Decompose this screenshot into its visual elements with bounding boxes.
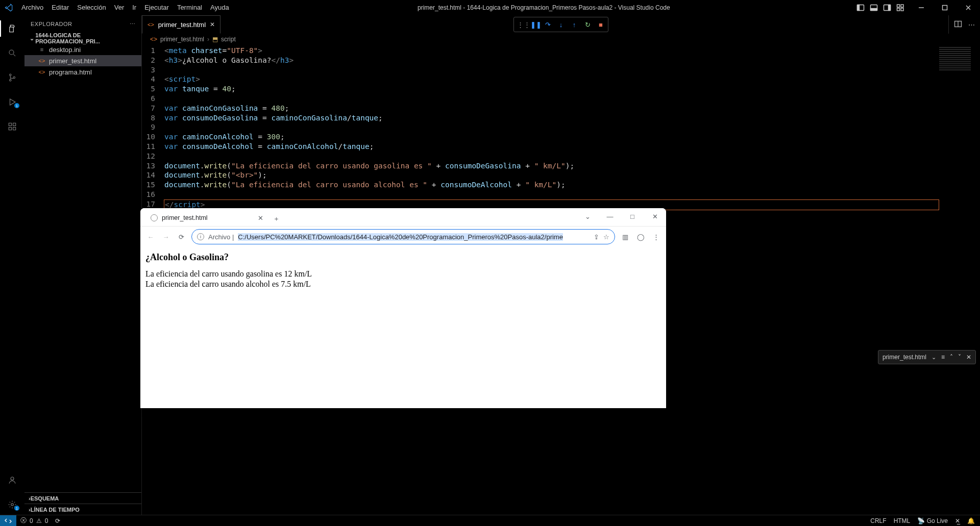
file-html-icon: <> — [150, 36, 157, 43]
file-label: primer_test.html — [49, 57, 96, 65]
status-language[interactable]: HTML — [894, 517, 911, 524]
sidebar-section-esquema[interactable]: › ESQUEMA — [24, 492, 141, 504]
tab-primer-test[interactable]: <> primer_test.html ✕ — [142, 15, 220, 34]
browser-maximize-icon[interactable]: □ — [621, 208, 644, 224]
activity-extensions-icon[interactable] — [0, 116, 24, 137]
toggle-primary-sidebar-icon[interactable] — [854, 2, 867, 14]
menu-ejecutar[interactable]: Ejecutar — [140, 0, 173, 15]
browser-reload-icon[interactable]: ⟳ — [176, 233, 186, 241]
profile-icon[interactable]: ◯ — [635, 233, 646, 241]
code-content[interactable]: <meta charset="UTF-8"><h3>¿Alcohol o Gas… — [164, 45, 939, 210]
sidebar-section-linea-tiempo[interactable]: › LÍNEA DE TIEMPO — [24, 504, 141, 515]
bookmark-icon[interactable]: ☆ — [603, 233, 609, 241]
tab-label: primer_test.html — [158, 21, 206, 29]
share-icon[interactable]: ⇪ — [594, 233, 599, 241]
debug-step-out-icon[interactable]: ↑ — [570, 21, 578, 29]
file-html-icon: <> — [38, 58, 46, 64]
tab-close-icon[interactable]: ✕ — [210, 21, 215, 28]
svg-rect-16 — [9, 128, 11, 130]
svg-rect-15 — [9, 123, 11, 126]
chevron-down-icon[interactable]: ⌄ — [932, 354, 936, 361]
browser-back-icon[interactable]: ← — [145, 233, 156, 241]
svg-rect-3 — [871, 9, 877, 11]
sidebar-more-icon[interactable]: ⋯ — [130, 21, 136, 28]
browser-forward-icon[interactable]: → — [161, 233, 171, 241]
drag-handle-icon[interactable]: ⋮⋮ — [517, 21, 525, 29]
window-controls — [910, 0, 980, 15]
status-debug-icon[interactable]: ⟳ — [55, 517, 60, 524]
file-item-desktop-ini[interactable]: ≡ desktop.ini — [24, 44, 141, 55]
menu-terminal[interactable]: Terminal — [173, 0, 206, 15]
sidebar-folder[interactable]: ⌄ 1644-LOGICA DE PROGRAMACION_PRI... — [24, 33, 141, 44]
svg-point-14 — [13, 77, 15, 78]
status-bar: ⓧ0 ⚠0 ⟳ CRLF HTML 📡 Go Live ✕̲ 🔔 — [0, 515, 980, 526]
menu-ayuda[interactable]: Ayuda — [206, 0, 233, 15]
browser-tabsearch-icon[interactable]: ⌄ — [576, 208, 599, 224]
svg-point-13 — [10, 80, 11, 81]
list-icon[interactable]: ≡ — [941, 354, 945, 361]
debug-pause-icon[interactable]: ❚❚ — [530, 21, 538, 29]
status-bell-icon[interactable]: 🔔 — [967, 517, 975, 524]
activity-search-icon[interactable] — [0, 43, 24, 63]
browser-tab-label: primer_test.html — [162, 214, 208, 221]
browser-viewport: ¿Alcohol o Gasolina? La eficiencia del c… — [140, 247, 666, 408]
sidebar-folder-name: 1644-LOGICA DE PROGRAMACION_PRI... — [35, 32, 141, 44]
chevron-right-icon: › — [207, 36, 209, 43]
file-item-primer-test[interactable]: <> primer_test.html — [24, 55, 141, 66]
activity-accounts-icon[interactable] — [0, 470, 24, 490]
minimap[interactable] — [937, 46, 973, 117]
browser-tab[interactable]: primer_test.html ✕ — [144, 210, 270, 226]
menu-editar[interactable]: Editar — [47, 0, 73, 15]
search-result-overlay[interactable]: primer_test.html ⌄ ≡ ˄ ˅ ✕ — [878, 350, 976, 364]
debug-step-into-icon[interactable]: ↓ — [557, 21, 565, 29]
browser-new-tab-icon[interactable]: ＋ — [270, 212, 284, 226]
maximize-icon[interactable] — [933, 0, 957, 15]
debug-restart-icon[interactable]: ↻ — [583, 21, 592, 29]
close-icon[interactable]: ✕ — [966, 354, 971, 361]
svg-point-19 — [11, 477, 14, 480]
browser-minimize-icon[interactable]: — — [599, 208, 621, 224]
menu-ir[interactable]: Ir — [128, 0, 140, 15]
status-prettier-icon[interactable]: ✕̲ — [955, 517, 960, 524]
svg-rect-17 — [13, 128, 16, 130]
editor-tabs: <> primer_test.html ✕ ⋮⋮ ❚❚ ↷ ↓ ↑ ↻ ■ ⋯ — [142, 15, 980, 34]
debug-toolbar[interactable]: ⋮⋮ ❚❚ ↷ ↓ ↑ ↻ ■ — [513, 17, 608, 32]
site-info-icon[interactable]: i — [197, 233, 204, 240]
file-item-programa[interactable]: <> programa.html — [24, 66, 141, 78]
address-bar[interactable]: i Archivo | C:/Users/PC%20MARKET/Downloa… — [191, 229, 615, 244]
status-golive[interactable]: 📡 Go Live — [917, 517, 948, 524]
toggle-secondary-sidebar-icon[interactable] — [881, 2, 893, 14]
customize-layout-icon[interactable] — [894, 2, 906, 14]
vscode-logo-icon — [0, 0, 17, 15]
browser-close-icon[interactable]: ✕ — [644, 208, 666, 224]
editor-more-icon[interactable]: ⋯ — [968, 21, 975, 29]
menu-archivo[interactable]: Archivo — [17, 0, 47, 15]
menu-seleccion[interactable]: Selección — [73, 0, 110, 15]
toggle-panel-icon[interactable] — [868, 2, 880, 14]
status-eol[interactable]: CRLF — [870, 517, 886, 524]
debug-step-over-icon[interactable]: ↷ — [544, 21, 552, 29]
breadcrumb-file[interactable]: primer_test.html — [160, 36, 204, 43]
activity-source-control-icon[interactable] — [0, 67, 24, 88]
activity-explorer-icon[interactable] — [0, 18, 24, 39]
activity-settings-icon[interactable]: 1 — [0, 494, 24, 515]
svg-rect-6 — [897, 5, 900, 7]
split-editor-icon[interactable] — [954, 20, 962, 30]
sidepanel-icon[interactable]: ▥ — [620, 233, 630, 241]
close-icon[interactable] — [957, 0, 980, 15]
status-remote-icon[interactable] — [0, 515, 16, 527]
menu-ver[interactable]: Ver — [110, 0, 129, 15]
titlebar: Archivo Editar Selección Ver Ir Ejecutar… — [0, 0, 980, 15]
debug-stop-icon[interactable]: ■ — [597, 21, 605, 29]
activity-run-debug-icon[interactable]: 1 — [0, 92, 24, 112]
expand-down-icon[interactable]: ˅ — [958, 354, 961, 361]
status-problems[interactable]: ⓧ0 ⚠0 — [20, 516, 48, 525]
browser-tab-close-icon[interactable]: ✕ — [258, 214, 263, 222]
browser-menu-icon[interactable]: ⋮ — [651, 233, 661, 241]
breadcrumb-node[interactable]: script — [221, 36, 236, 43]
breadcrumb[interactable]: <> primer_test.html › ⬒ script — [142, 34, 980, 45]
browser-titlebar: primer_test.html ✕ ＋ ⌄ — □ ✕ — [140, 208, 666, 227]
address-url[interactable]: C:/Users/PC%20MARKET/Downloads/1644-Logi… — [238, 233, 590, 241]
minimize-icon[interactable] — [910, 0, 933, 15]
collapse-up-icon[interactable]: ˄ — [950, 354, 953, 361]
